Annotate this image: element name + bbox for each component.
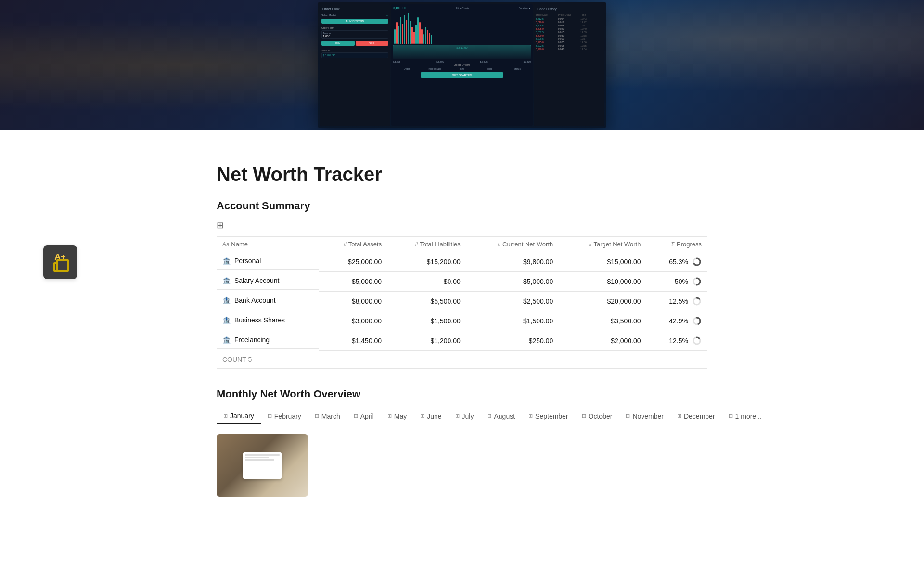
monthly-tabs: ⊞January⊞February⊞March⊞April⊞May⊞June⊞J…: [217, 408, 707, 424]
row-progress: 42.9%: [646, 311, 707, 331]
col-progress-header: Σ Progress: [646, 237, 707, 252]
count-row: COUNT 5: [217, 351, 707, 369]
progress-circle: [692, 296, 702, 306]
tab-july[interactable]: ⊞July: [449, 409, 481, 424]
account-summary-title: Account Summary: [217, 200, 707, 212]
col-target-net-worth-header: # Target Net Worth: [559, 237, 646, 252]
tab-label: October: [589, 412, 613, 420]
row-current-net-worth: $250.00: [466, 331, 559, 351]
tab-march[interactable]: ⊞March: [308, 409, 347, 424]
tab-icon: ⊞: [582, 413, 586, 419]
tab-label: September: [535, 412, 568, 420]
tab-label: 1 more...: [735, 412, 762, 420]
col-total-assets-header: # Total Assets: [319, 237, 387, 252]
tab-label: November: [632, 412, 664, 420]
tab-icon: ⊞: [626, 413, 630, 419]
tab-1-more...[interactable]: ⊞1 more...: [722, 409, 769, 424]
row-total-liabilities: $1,200.00: [387, 331, 466, 351]
row-name-cell: 🏦 Business Shares: [217, 311, 319, 329]
row-progress: 65.3%: [646, 252, 707, 272]
tab-label: March: [321, 412, 340, 420]
row-total-assets: $25,000.00: [319, 252, 387, 272]
row-target-net-worth: $15,000.00: [559, 252, 646, 272]
row-progress-text: 50%: [675, 278, 688, 285]
tab-october[interactable]: ⊞October: [575, 409, 619, 424]
row-name: Business Shares: [234, 316, 285, 324]
tab-may[interactable]: ⊞May: [381, 409, 413, 424]
progress-circle: [692, 336, 702, 346]
row-progress-text: 65.3%: [669, 258, 688, 266]
tab-label: August: [494, 412, 515, 420]
progress-circle: [692, 257, 702, 267]
tab-icon: ⊞: [223, 413, 228, 419]
progress-circle: [692, 277, 702, 286]
row-total-liabilities: $0.00: [387, 272, 466, 292]
tab-label: July: [462, 412, 474, 420]
row-target-net-worth: $20,000.00: [559, 292, 646, 311]
tab-february[interactable]: ⊞February: [261, 409, 308, 424]
bank-icon: 🏦: [222, 257, 231, 265]
row-name: Bank Account: [234, 296, 276, 304]
tab-june[interactable]: ⊞June: [413, 409, 448, 424]
bank-icon: 🏦: [222, 296, 231, 304]
row-current-net-worth: $9,800.00: [466, 252, 559, 272]
bank-icon: 🏦: [222, 277, 231, 284]
hero-screen: Order Book Select Market▼ BUY BITCOIN Or…: [318, 2, 606, 128]
row-progress: 50%: [646, 272, 707, 292]
thumbnail-screen: [243, 452, 282, 479]
row-progress: 12.5%: [646, 292, 707, 311]
tab-icon: ⊞: [528, 413, 533, 419]
tab-icon: ⊞: [420, 413, 424, 419]
bank-icon: 🏦: [222, 336, 231, 344]
app-logo: A+: [43, 245, 77, 279]
tab-label: April: [360, 412, 374, 420]
table-icon: ⊞: [217, 220, 707, 231]
row-name: Personal: [234, 257, 261, 265]
tab-icon: ⊞: [315, 413, 319, 419]
table-row: 🏦 Business Shares $3,000.00 $1,500.00 $1…: [217, 311, 707, 331]
row-total-assets: $3,000.00: [319, 311, 387, 331]
tab-icon: ⊞: [455, 413, 460, 419]
row-current-net-worth: $1,500.00: [466, 311, 559, 331]
tab-april[interactable]: ⊞April: [347, 409, 381, 424]
page-title: Net Worth Tracker: [217, 164, 707, 185]
col-current-net-worth-header: # Current Net Worth: [466, 237, 559, 252]
row-current-net-worth: $5,000.00: [466, 272, 559, 292]
tab-january[interactable]: ⊞January: [217, 408, 261, 424]
tab-icon: ⊞: [354, 413, 358, 419]
row-total-liabilities: $15,200.00: [387, 252, 466, 272]
col-name-header: Aa Name: [217, 237, 319, 252]
row-total-liabilities: $1,500.00: [387, 311, 466, 331]
account-summary-table: Aa Name # Total Assets # Total Liabiliti…: [217, 236, 707, 369]
row-total-liabilities: $5,500.00: [387, 292, 466, 311]
tab-icon: ⊞: [729, 413, 733, 419]
row-name: Salary Account: [234, 277, 279, 284]
january-thumbnail[interactable]: [217, 434, 308, 497]
table-row: 🏦 Salary Account $5,000.00 $0.00 $5,000.…: [217, 272, 707, 292]
tab-september[interactable]: ⊞September: [522, 409, 575, 424]
hero-banner: Order Book Select Market▼ BUY BITCOIN Or…: [0, 0, 924, 130]
monthly-section: Monthly Net Worth Overview ⊞January⊞Febr…: [217, 388, 707, 497]
tab-label: February: [274, 412, 301, 420]
row-total-assets: $5,000.00: [319, 272, 387, 292]
row-name-cell: 🏦 Personal: [217, 252, 319, 270]
tab-december[interactable]: ⊞December: [670, 409, 722, 424]
bank-icon: 🏦: [222, 316, 231, 324]
row-total-assets: $1,450.00: [319, 331, 387, 351]
row-name-cell: 🏦 Freelancing: [217, 331, 319, 349]
row-current-net-worth: $2,500.00: [466, 292, 559, 311]
row-name-cell: 🏦 Bank Account: [217, 292, 319, 309]
tab-label: December: [684, 412, 715, 420]
row-target-net-worth: $3,500.00: [559, 311, 646, 331]
tab-label: May: [394, 412, 407, 420]
tab-icon: ⊞: [268, 413, 272, 419]
table-row: 🏦 Freelancing $1,450.00 $1,200.00 $250.0…: [217, 331, 707, 351]
tab-icon: ⊞: [387, 413, 392, 419]
table-row: 🏦 Bank Account $8,000.00 $5,500.00 $2,50…: [217, 292, 707, 311]
tab-august[interactable]: ⊞August: [480, 409, 522, 424]
tab-november[interactable]: ⊞November: [619, 409, 670, 424]
tab-label: June: [427, 412, 441, 420]
table-row: 🏦 Personal $25,000.00 $15,200.00 $9,800.…: [217, 252, 707, 272]
tab-icon: ⊞: [677, 413, 681, 419]
progress-circle: [692, 316, 702, 326]
